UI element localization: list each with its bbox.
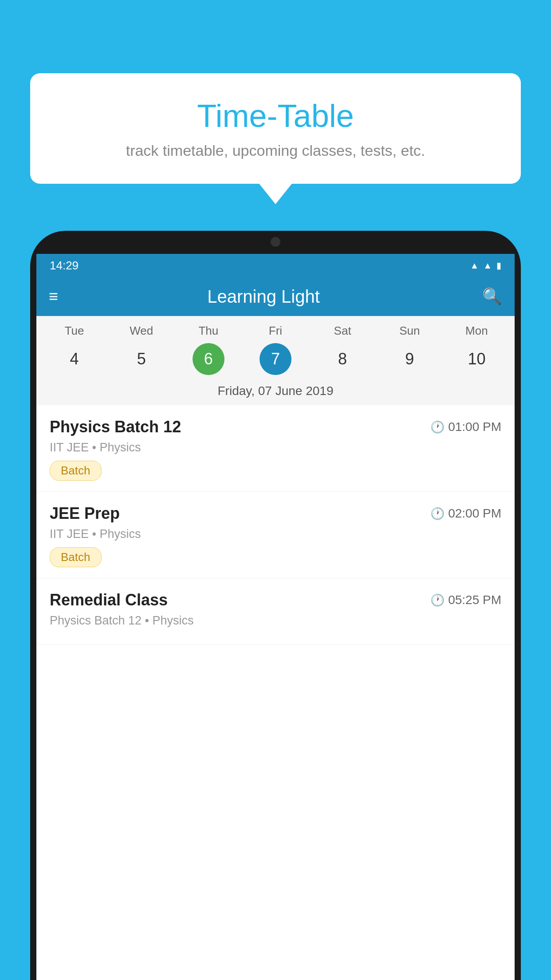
day-number[interactable]: 4: [59, 343, 91, 375]
schedule-item[interactable]: Physics Batch 12🕐 01:00 PMIIT JEE • Phys…: [36, 405, 515, 492]
day-col-fri[interactable]: Fri7: [244, 324, 307, 375]
schedule-item-top: Remedial Class🕐 05:25 PM: [50, 591, 501, 609]
day-col-mon[interactable]: Mon10: [445, 324, 508, 375]
wifi-icon: ▲: [470, 261, 479, 271]
schedule-time: 🕐 02:00 PM: [430, 506, 501, 521]
batch-badge: Batch: [50, 461, 102, 481]
calendar-section: Tue4Wed5Thu6Fri7Sat8Sun9Mon10 Friday, 07…: [36, 316, 515, 405]
schedule-time: 🕐 01:00 PM: [430, 420, 501, 434]
day-number[interactable]: 10: [460, 343, 492, 375]
day-name: Fri: [269, 324, 282, 338]
app-title: Learning Light: [45, 287, 482, 307]
speech-bubble-container: Time-Table track timetable, upcoming cla…: [30, 73, 521, 184]
schedule-list: Physics Batch 12🕐 01:00 PMIIT JEE • Phys…: [36, 405, 515, 645]
day-number[interactable]: 9: [394, 343, 425, 375]
day-name: Wed: [130, 324, 153, 338]
day-col-wed[interactable]: Wed5: [110, 324, 173, 375]
schedule-meta: Physics Batch 12 • Physics: [50, 614, 501, 628]
status-time: 14:29: [50, 259, 79, 273]
schedule-meta: IIT JEE • Physics: [50, 527, 501, 541]
schedule-title: Remedial Class: [50, 591, 168, 609]
batch-badge: Batch: [50, 547, 102, 567]
day-number[interactable]: 8: [327, 343, 358, 375]
phone-notch: [236, 231, 315, 254]
day-name: Sat: [334, 324, 351, 338]
selected-date-label: Friday, 07 June 2019: [36, 379, 515, 405]
day-name: Sun: [399, 324, 420, 338]
signal-icon: ▲: [483, 261, 492, 271]
clock-icon: 🕐: [430, 593, 445, 607]
day-name: Thu: [198, 324, 218, 338]
bubble-subtitle: track timetable, upcoming classes, tests…: [57, 142, 494, 159]
status-icons: ▲ ▲ ▮: [470, 260, 501, 271]
day-name: Tue: [65, 324, 84, 338]
battery-icon: ▮: [496, 260, 501, 271]
day-number[interactable]: 7: [260, 343, 291, 375]
schedule-meta: IIT JEE • Physics: [50, 441, 501, 454]
schedule-item-top: Physics Batch 12🕐 01:00 PM: [50, 418, 501, 436]
status-bar: 14:29 ▲ ▲ ▮: [36, 254, 515, 277]
day-number[interactable]: 5: [126, 343, 157, 375]
clock-icon: 🕐: [430, 420, 445, 434]
schedule-item-top: JEE Prep🕐 02:00 PM: [50, 504, 501, 523]
schedule-title: Physics Batch 12: [50, 418, 181, 436]
day-col-tue[interactable]: Tue4: [43, 324, 106, 375]
schedule-item[interactable]: JEE Prep🕐 02:00 PMIIT JEE • PhysicsBatch: [36, 492, 515, 578]
phone-frame: 14:29 ▲ ▲ ▮ ≡ Learning Light 🔍 Tue4Wed5T…: [30, 231, 521, 980]
schedule-time: 🕐 05:25 PM: [430, 593, 501, 607]
phone-screen: 14:29 ▲ ▲ ▮ ≡ Learning Light 🔍 Tue4Wed5T…: [36, 254, 515, 980]
app-bar: ≡ Learning Light 🔍: [36, 277, 515, 316]
speech-bubble: Time-Table track timetable, upcoming cla…: [30, 73, 521, 184]
clock-icon: 🕐: [430, 507, 445, 521]
bubble-title: Time-Table: [57, 98, 494, 134]
days-row: Tue4Wed5Thu6Fri7Sat8Sun9Mon10: [36, 316, 515, 379]
schedule-title: JEE Prep: [50, 504, 120, 523]
day-name: Mon: [465, 324, 488, 338]
schedule-item[interactable]: Remedial Class🕐 05:25 PMPhysics Batch 12…: [36, 578, 515, 645]
day-col-sat[interactable]: Sat8: [311, 324, 374, 375]
day-col-thu[interactable]: Thu6: [177, 324, 240, 375]
day-col-sun[interactable]: Sun9: [378, 324, 441, 375]
phone-camera: [271, 237, 280, 247]
day-number[interactable]: 6: [193, 343, 224, 375]
search-icon[interactable]: 🔍: [482, 287, 502, 306]
